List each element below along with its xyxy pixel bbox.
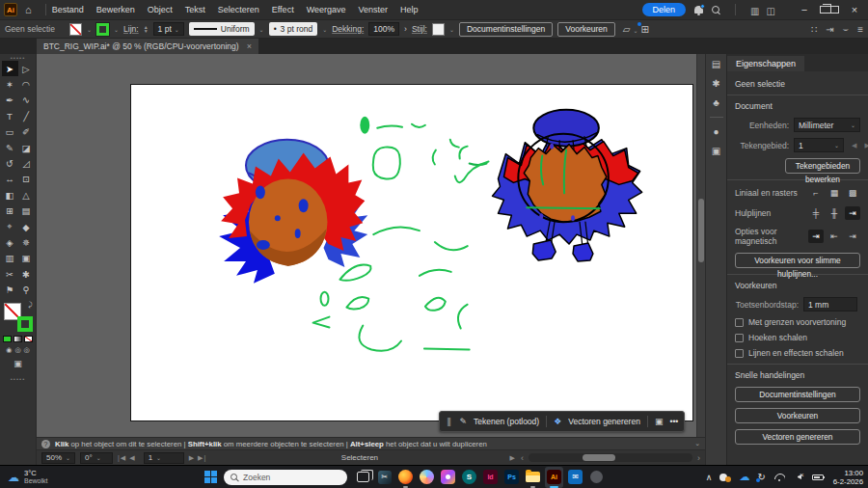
menu-help[interactable]: Help [400, 5, 419, 14]
artboard-tool[interactable]: ▣ [18, 251, 35, 266]
artboard-number-select[interactable]: 1⌄ [144, 452, 184, 464]
paintbrush-tool[interactable]: ✐ [18, 124, 35, 140]
control-menu-icon[interactable]: ≡ [857, 24, 863, 35]
vertical-scrollbar[interactable] [696, 54, 705, 437]
scrollbar-thumb[interactable] [583, 454, 615, 461]
scroll-left-icon[interactable]: ‹ [521, 453, 524, 463]
last-artboard-icon[interactable]: ▶| [198, 454, 206, 461]
pencil-tool[interactable]: ✎ [2, 140, 18, 155]
canvas-pasteboard[interactable]: ❚ ✎ Tekenen (potlood) ❖ Vectoren generer… [37, 54, 705, 437]
show-guides-icon[interactable]: ╪ [808, 206, 824, 220]
stroke-swatch[interactable] [96, 23, 109, 36]
zoom-tool[interactable]: ⚲ [18, 282, 35, 297]
smart-guides-preferences-button[interactable]: Voorkeuren voor slimme hulplijnen... [735, 253, 860, 268]
hidden-app-taskbar-icon[interactable] [587, 467, 606, 488]
search-icon[interactable] [712, 6, 720, 14]
document-settings-button[interactable]: Documentinstellingen [459, 22, 553, 37]
rotation-select[interactable]: 0°⌄ [80, 452, 113, 464]
corner-widget-icon[interactable]: ⌣ [843, 23, 850, 35]
photoshop-taskbar-icon[interactable]: Ps [502, 467, 521, 488]
plugins-panel-icon[interactable]: ♣ [713, 97, 719, 108]
screen-mode-icon[interactable]: ▣ [14, 359, 22, 368]
chevron-down-icon[interactable]: ⌄ [633, 28, 637, 34]
status-flyout-icon[interactable]: ▶ [510, 454, 516, 462]
snap-to-glyph-icon[interactable]: ⇥ [845, 230, 860, 243]
curvature-tool[interactable]: ∿ [18, 93, 35, 108]
print-tiling-tool[interactable]: ⚑ [2, 282, 18, 297]
isolate-mode-icon[interactable]: ▱ [623, 24, 631, 35]
rectangle-tool[interactable]: ▭ [2, 124, 18, 140]
close-tab-icon[interactable]: × [247, 41, 252, 51]
restore-button[interactable] [820, 6, 839, 14]
menu-tekst[interactable]: Tekst [185, 5, 205, 14]
task-view-taskbar-icon[interactable] [354, 467, 372, 488]
scrollbar-thumb[interactable] [698, 199, 704, 262]
stroke-profile-select[interactable]: Uniform [189, 22, 255, 36]
chevron-down-icon[interactable]: ⌄ [259, 26, 264, 33]
stroke-weight-stepper[interactable]: ▲▼ [144, 25, 149, 33]
help-icon[interactable]: ? [41, 440, 50, 448]
menu-selecteren[interactable]: Selecteren [218, 5, 259, 14]
menu-object[interactable]: Object [148, 5, 173, 14]
onedrive-icon[interactable]: ☁ [739, 471, 749, 483]
drag-handle-icon[interactable]: ❚ [446, 417, 453, 426]
notifications-icon[interactable] [694, 6, 703, 14]
checkbox-hoeken-schalen[interactable] [735, 334, 744, 342]
file-explorer-taskbar-icon[interactable] [524, 467, 542, 488]
chevron-down-icon[interactable]: ⌄ [322, 26, 327, 33]
zoom-level-select[interactable]: 50%⌄ [41, 452, 75, 464]
stroke-weight-label[interactable]: Lijn: [123, 24, 139, 34]
taskbar-clock[interactable]: 13:006-2-2026 [833, 469, 863, 486]
artboard-select[interactable]: 1⌄ [794, 138, 844, 152]
stroke-weight-field[interactable]: 1 pt⌄ [153, 22, 184, 36]
share-button[interactable]: Delen [642, 3, 687, 16]
tray-chevron-icon[interactable]: ∧ [706, 473, 713, 482]
snipping-tool-taskbar-icon[interactable]: ✂ [375, 467, 393, 488]
first-artboard-icon[interactable]: |◀ [118, 454, 126, 461]
grid-icon[interactable]: ▦ [827, 186, 842, 200]
checkbox-lijnen-en-effecten-schalen[interactable] [735, 349, 744, 358]
keyboard-step-field[interactable]: 1 mm [803, 297, 857, 312]
blend-tool[interactable]: ◈ [2, 234, 18, 250]
close-button[interactable]: × [845, 4, 864, 15]
checkbox-met-grenzen-voorvertoning[interactable] [735, 318, 744, 327]
libraries-panel-icon[interactable]: ▤ [712, 59, 720, 69]
vectoren-genereren-button[interactable]: Vectoren genereren [735, 429, 860, 445]
snap-options-icon[interactable]: ⇥ [826, 24, 833, 35]
selection-tool[interactable]: ➤ [2, 61, 18, 76]
fill-swatch[interactable] [69, 23, 82, 36]
pen-tool[interactable]: ✒ [2, 93, 18, 108]
snap-to-pixel-icon[interactable]: ⊞ [640, 24, 648, 35]
draw-inside-icon[interactable]: ◎ [24, 346, 30, 354]
menu-bewerken[interactable]: Bewerken [96, 5, 135, 14]
outlook-taskbar-icon[interactable]: ✉ [566, 467, 584, 488]
units-select[interactable]: Millimeter⌄ [794, 118, 860, 132]
volume-muted-icon[interactable] [793, 473, 804, 481]
direct-selection-tool[interactable]: ▷ [18, 61, 35, 76]
brush-select[interactable]: •3 pt rond [269, 22, 318, 36]
width-tool[interactable]: ↔ [2, 172, 18, 187]
smart-guides-icon[interactable]: ⇥ [845, 206, 860, 220]
lasso-tool[interactable]: ◠ [18, 76, 35, 92]
color-button[interactable] [3, 336, 12, 342]
menu-venster[interactable]: Venster [359, 5, 389, 14]
opacity-field[interactable]: 100% [368, 22, 399, 36]
gradient-tool[interactable]: ▤ [18, 203, 35, 219]
start-button[interactable] [204, 471, 217, 483]
illustrator-taskbar-icon[interactable]: Ai [545, 467, 563, 488]
rulers-icon[interactable]: ⌐ [808, 186, 824, 200]
type-tool[interactable]: T [2, 108, 18, 123]
next-artboard-icon[interactable]: ▶ [864, 142, 868, 149]
chevron-down-icon[interactable]: ⌄ [114, 26, 119, 33]
firefox-taskbar-icon[interactable] [396, 467, 415, 488]
color-panel-icon[interactable]: ● [713, 126, 719, 137]
stroke-color-swatch[interactable] [17, 316, 33, 332]
weather-widget[interactable]: ☁ 3°C Bewolkt [8, 470, 48, 485]
sharepoint-taskbar-icon[interactable]: S [460, 467, 478, 488]
perspective-grid-tool[interactable]: △ [18, 187, 35, 203]
adobe-express-taskbar-icon[interactable] [439, 467, 457, 488]
snap-to-grid-icon[interactable]: ⇤ [827, 230, 842, 243]
collapse-hint-icon[interactable]: ⌄ [694, 440, 700, 447]
more-options-button[interactable]: ••• [669, 417, 678, 426]
taskbar-search[interactable]: Zoeken [224, 470, 347, 485]
